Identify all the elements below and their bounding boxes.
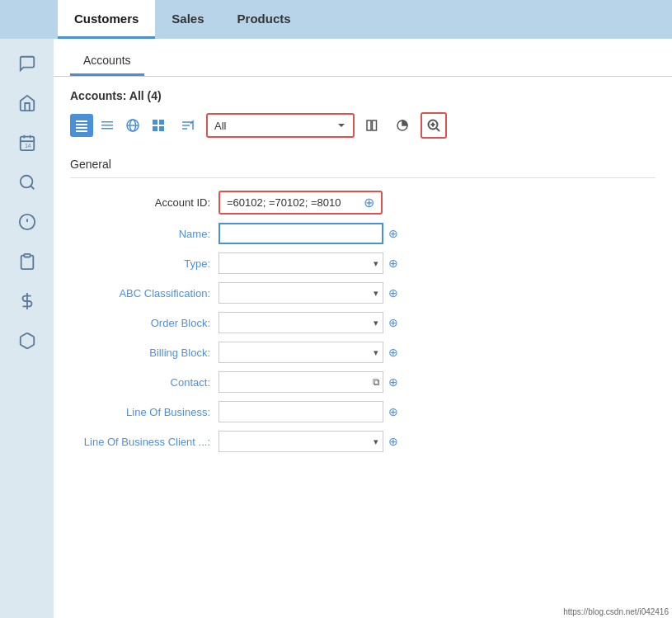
order-block-label: Order Block: bbox=[70, 317, 219, 329]
billing-block-row: Billing Block: ⊕ bbox=[70, 342, 656, 363]
billing-block-label: Billing Block: bbox=[70, 347, 219, 359]
svg-rect-24 bbox=[153, 126, 157, 131]
lob-row: Line Of Business: ⊕ bbox=[70, 401, 656, 422]
contact-row: Contact: ⧉ ⊕ bbox=[70, 371, 656, 393]
main-layout: 14 bbox=[0, 39, 672, 618]
svg-rect-25 bbox=[159, 126, 164, 131]
svg-rect-15 bbox=[76, 130, 87, 132]
toolbar: All bbox=[70, 112, 656, 139]
abc-select[interactable] bbox=[219, 282, 383, 304]
svg-text:14: 14 bbox=[25, 143, 31, 149]
search-zoom-button[interactable] bbox=[421, 112, 447, 139]
svg-rect-17 bbox=[101, 125, 113, 126]
type-label: Type: bbox=[70, 257, 219, 270]
lob-label: Line Of Business: bbox=[70, 406, 219, 418]
account-id-label: Account ID: bbox=[70, 196, 219, 209]
svg-rect-29 bbox=[367, 120, 371, 130]
account-id-box: ⊕ bbox=[219, 191, 383, 215]
contact-link-icon[interactable]: ⊕ bbox=[388, 375, 398, 389]
compact-view-button[interactable] bbox=[96, 114, 119, 137]
lob-link-icon[interactable]: ⊕ bbox=[388, 405, 398, 418]
order-block-select-wrapper bbox=[219, 312, 383, 333]
svg-line-33 bbox=[437, 129, 440, 132]
abc-label: ABC Classification: bbox=[70, 287, 219, 300]
search-icon[interactable] bbox=[11, 166, 44, 199]
svg-rect-23 bbox=[159, 120, 164, 125]
svg-rect-14 bbox=[76, 127, 87, 129]
sort-button[interactable] bbox=[176, 114, 200, 137]
alert-icon[interactable] bbox=[11, 205, 44, 238]
type-select[interactable] bbox=[219, 252, 383, 274]
form-grid: Account ID: ⊕ Name: ⊕ bbox=[70, 191, 656, 452]
name-link-icon[interactable]: ⊕ bbox=[388, 227, 398, 240]
abc-select-wrapper bbox=[219, 282, 383, 304]
type-select-wrapper bbox=[219, 252, 383, 274]
contact-label: Contact: bbox=[70, 376, 219, 389]
name-input[interactable] bbox=[219, 223, 383, 244]
sidebar: 14 bbox=[0, 39, 54, 618]
main-content: Accounts Accounts: All (4) bbox=[54, 39, 672, 618]
svg-rect-30 bbox=[373, 120, 377, 130]
chat-icon[interactable] bbox=[11, 47, 44, 80]
grid-view-button[interactable] bbox=[147, 114, 170, 137]
view-icons bbox=[70, 114, 170, 137]
list-view-button[interactable] bbox=[70, 114, 93, 137]
type-row: Type: ⊕ bbox=[70, 252, 656, 274]
home-icon[interactable] bbox=[11, 87, 44, 120]
nav-customers[interactable]: Customers bbox=[58, 0, 155, 39]
lob-client-row: Line Of Business Client ...: ⊕ bbox=[70, 431, 656, 452]
accounts-title: Accounts: All (4) bbox=[70, 89, 656, 102]
account-id-link-icon[interactable]: ⊕ bbox=[364, 195, 374, 210]
column-toggle-button[interactable] bbox=[361, 114, 384, 137]
contact-input-wrapper: ⧉ bbox=[219, 371, 383, 393]
lob-client-select-wrapper bbox=[219, 431, 383, 452]
pie-chart-button[interactable] bbox=[391, 114, 414, 137]
calendar-icon[interactable]: 14 bbox=[11, 126, 44, 159]
order-block-link-icon[interactable]: ⊕ bbox=[388, 316, 398, 329]
order-block-select[interactable] bbox=[219, 312, 383, 333]
box-icon[interactable] bbox=[11, 324, 44, 357]
svg-rect-18 bbox=[101, 128, 113, 130]
name-label: Name: bbox=[70, 228, 219, 240]
svg-rect-10 bbox=[24, 254, 30, 257]
lob-client-label: Line Of Business Client ...: bbox=[70, 436, 219, 448]
nav-sales[interactable]: Sales bbox=[155, 0, 220, 39]
top-navigation: Customers Sales Products bbox=[0, 0, 672, 39]
name-row: Name: ⊕ bbox=[70, 223, 656, 244]
svg-point-5 bbox=[20, 176, 32, 188]
section-general: General bbox=[70, 151, 656, 178]
billing-block-select-wrapper bbox=[219, 342, 383, 363]
dollar-icon[interactable] bbox=[11, 285, 44, 318]
contact-copy-icon[interactable]: ⧉ bbox=[373, 376, 380, 388]
svg-rect-13 bbox=[76, 124, 87, 125]
nav-products[interactable]: Products bbox=[221, 0, 308, 39]
svg-rect-12 bbox=[76, 120, 87, 122]
content-area: Accounts: All (4) bbox=[54, 77, 672, 465]
globe-view-button[interactable] bbox=[121, 114, 144, 137]
lob-input[interactable] bbox=[219, 401, 383, 422]
order-block-row: Order Block: ⊕ bbox=[70, 312, 656, 333]
billing-block-link-icon[interactable]: ⊕ bbox=[388, 346, 398, 359]
filter-dropdown[interactable]: All bbox=[206, 113, 355, 138]
abc-row: ABC Classification: ⊕ bbox=[70, 282, 656, 304]
contact-input[interactable] bbox=[219, 371, 383, 393]
account-id-input[interactable] bbox=[227, 196, 359, 209]
type-link-icon[interactable]: ⊕ bbox=[388, 257, 398, 270]
account-id-row: Account ID: ⊕ bbox=[70, 191, 656, 215]
url-bar: https://blog.csdn.net/i042416 bbox=[560, 606, 672, 618]
tabs-row: Accounts bbox=[54, 39, 672, 77]
abc-link-icon[interactable]: ⊕ bbox=[388, 286, 398, 300]
billing-block-select[interactable] bbox=[219, 342, 383, 363]
lob-client-link-icon[interactable]: ⊕ bbox=[388, 435, 398, 448]
svg-rect-16 bbox=[101, 121, 113, 123]
svg-line-6 bbox=[31, 186, 34, 189]
lob-client-select[interactable] bbox=[219, 431, 383, 452]
svg-rect-22 bbox=[153, 120, 157, 125]
tab-accounts[interactable]: Accounts bbox=[70, 47, 144, 76]
clipboard-icon[interactable] bbox=[11, 245, 44, 278]
